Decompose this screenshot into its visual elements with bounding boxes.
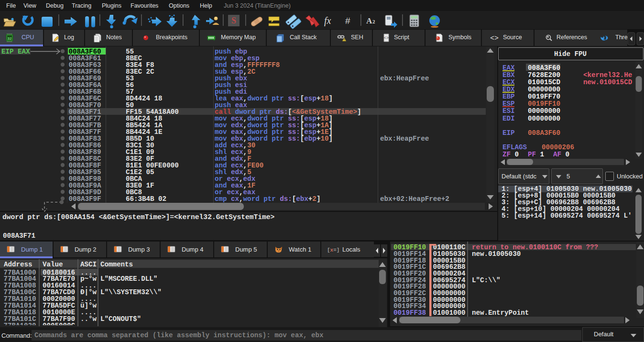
svg-text:2: 2 xyxy=(372,19,375,24)
svg-text:fx: fx xyxy=(324,15,331,26)
svg-text:<>: <> xyxy=(384,36,389,41)
svg-text:<>: <> xyxy=(490,34,499,43)
svg-text:A: A xyxy=(366,16,372,25)
svg-text:#: # xyxy=(345,16,350,26)
svg-text:32: 32 xyxy=(8,36,12,41)
svg-text:S: S xyxy=(231,16,236,25)
